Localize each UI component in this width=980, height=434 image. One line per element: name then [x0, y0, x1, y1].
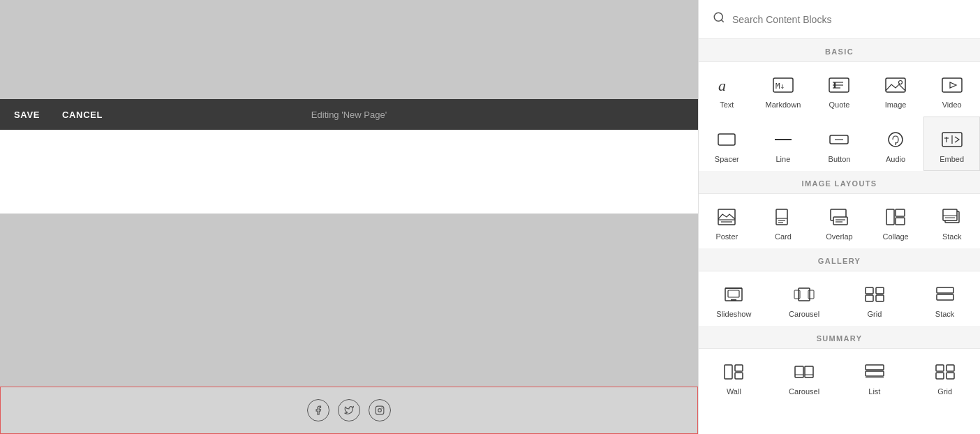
svg-rect-58 [735, 365, 743, 371]
svg-rect-69 [936, 373, 944, 379]
block-summary-carousel-label: Carousel [789, 387, 819, 396]
block-wall[interactable]: Wall [699, 349, 769, 403]
image-icon [880, 73, 911, 98]
svg-rect-60 [795, 366, 803, 377]
gallery-stack-icon [930, 282, 960, 307]
svg-text:a: a [718, 77, 726, 94]
list-icon [859, 359, 890, 384]
svg-point-2 [382, 408, 383, 409]
save-button[interactable]: SAVE [14, 110, 40, 120]
summary-section-label: SUMMARY [699, 326, 980, 349]
block-summary-grid[interactable]: Grid [910, 349, 980, 403]
block-summary-grid-label: Grid [937, 387, 952, 396]
image-stack-icon [937, 204, 967, 230]
block-gallery-carousel[interactable]: Carousel [769, 271, 840, 326]
block-gallery-stack[interactable]: Stack [910, 271, 980, 326]
audio-icon [880, 127, 911, 152]
block-slideshow-label: Slideshow [716, 310, 751, 318]
collage-icon [880, 204, 911, 230]
slideshow-icon [718, 282, 749, 307]
search-input[interactable] [732, 14, 966, 25]
basic-section-label: BASIC [699, 39, 980, 62]
block-slideshow[interactable]: Slideshow [699, 271, 769, 326]
block-wall-label: Wall [727, 387, 741, 396]
svg-rect-52 [876, 287, 884, 294]
content-area [0, 130, 698, 434]
block-text[interactable]: a Text [699, 62, 755, 117]
block-markdown[interactable]: M↓ Markdown [755, 62, 812, 117]
svg-point-3 [714, 13, 722, 21]
search-icon [713, 11, 725, 27]
svg-rect-68 [946, 365, 954, 371]
svg-rect-49 [794, 290, 800, 299]
svg-text:M↓: M↓ [775, 82, 785, 91]
svg-rect-0 [376, 406, 384, 414]
block-summary-carousel[interactable]: Carousel [769, 349, 840, 403]
block-video[interactable]: Video [923, 62, 980, 117]
text-icon: a [711, 73, 742, 98]
svg-rect-46 [728, 290, 739, 297]
block-quote-label: Quote [829, 100, 850, 109]
block-spacer-label: Spacer [715, 155, 739, 163]
block-collage[interactable]: Collage [868, 194, 924, 248]
block-audio[interactable]: Audio [868, 117, 924, 171]
block-list[interactable]: List [840, 349, 910, 403]
overlap-icon [824, 204, 854, 230]
block-card-label: Card [775, 232, 792, 241]
svg-rect-38 [896, 209, 905, 216]
summary-grid-icon [930, 359, 960, 384]
block-poster-label: Poster [715, 232, 738, 241]
svg-rect-61 [805, 366, 813, 377]
spacer-icon [711, 127, 742, 152]
block-button[interactable]: Button [811, 117, 868, 171]
twitter-icon[interactable] [338, 399, 360, 421]
facebook-icon[interactable] [307, 399, 329, 421]
block-quote[interactable]: Quote [811, 62, 868, 117]
footer-bar [0, 387, 698, 434]
embed-icon [937, 127, 967, 152]
svg-rect-17 [718, 134, 735, 145]
image-layouts-section-label: IMAGE LAYOUTS [699, 171, 980, 194]
card-icon [768, 204, 799, 230]
instagram-icon[interactable] [369, 399, 391, 421]
video-icon [937, 73, 967, 98]
quote-icon [824, 73, 854, 98]
svg-rect-39 [896, 218, 905, 225]
block-spacer[interactable]: Spacer [699, 117, 755, 171]
main-area: SAVE CANCEL Editing 'New Page' [0, 0, 698, 434]
gallery-grid-icon [859, 282, 890, 307]
svg-rect-65 [866, 371, 884, 376]
toolbar: SAVE CANCEL Editing 'New Page' [0, 99, 698, 130]
svg-rect-70 [946, 373, 954, 379]
block-image[interactable]: Image [868, 62, 924, 117]
block-embed[interactable]: Embed [923, 117, 980, 171]
svg-rect-37 [886, 209, 894, 225]
block-list-label: List [868, 387, 880, 396]
svg-rect-50 [808, 290, 814, 299]
block-poster[interactable]: Poster [699, 194, 755, 248]
block-gallery-grid[interactable]: Grid [840, 271, 910, 326]
mid-gray-area [0, 214, 698, 387]
summary-blocks-grid: Wall Carousel Lis [699, 349, 980, 403]
svg-rect-13 [886, 78, 905, 92]
editing-label: Editing 'New Page' [311, 110, 387, 120]
cancel-button[interactable]: CANCEL [62, 110, 103, 120]
wall-icon [718, 359, 749, 384]
svg-rect-59 [735, 373, 743, 379]
block-collage-label: Collage [882, 232, 908, 241]
markdown-icon: M↓ [768, 73, 799, 98]
gallery-blocks-grid: Slideshow Carousel [699, 271, 980, 326]
svg-rect-54 [876, 295, 884, 301]
block-embed-label: Embed [940, 155, 964, 163]
block-line[interactable]: Line [755, 117, 812, 171]
block-audio-label: Audio [886, 155, 905, 163]
svg-rect-56 [937, 294, 953, 300]
summary-carousel-icon [789, 359, 819, 384]
svg-rect-64 [866, 365, 884, 370]
block-image-stack[interactable]: Stack [923, 194, 980, 248]
svg-rect-53 [866, 295, 873, 301]
basic-blocks-grid: a Text M↓ Markdown [699, 62, 980, 171]
button-icon [824, 127, 854, 152]
block-overlap[interactable]: Overlap [811, 194, 868, 248]
block-card[interactable]: Card [755, 194, 812, 248]
